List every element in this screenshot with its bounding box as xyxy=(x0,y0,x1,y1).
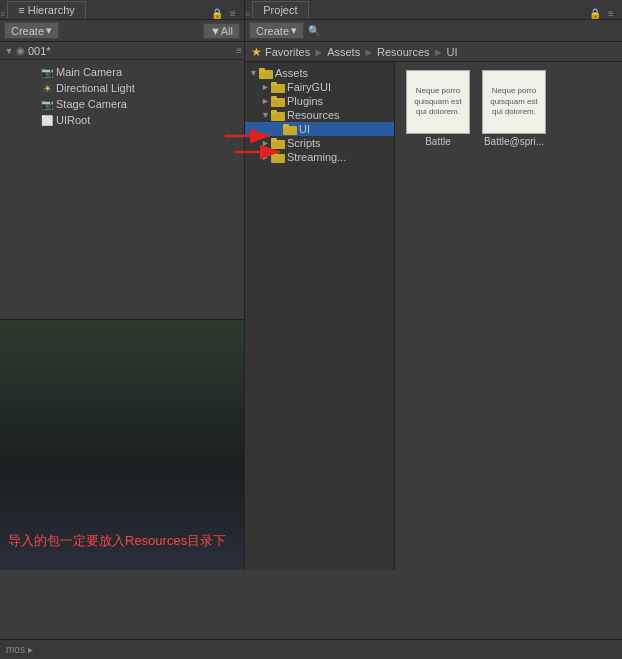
plugins-arrow-icon: ► xyxy=(261,96,271,106)
hierarchy-panel: ≡ ≡ Hierarchy 🔒 ≡ Create ▾ ▼All ◉ xyxy=(0,0,245,570)
breadcrumb-sep2: ► xyxy=(363,46,374,58)
svg-rect-13 xyxy=(271,152,277,156)
list-item[interactable]: ► Plugins xyxy=(245,94,394,108)
file-name-label: Battle xyxy=(425,136,451,147)
camera2-icon: 📷 xyxy=(40,97,54,111)
table-row[interactable]: 📷 Stage Camera xyxy=(0,96,244,112)
hierarchy-create-button[interactable]: Create ▾ xyxy=(4,22,59,39)
grip2-icon: ≡ xyxy=(245,9,250,19)
thumb-line1: Neque porro xyxy=(414,86,462,96)
streaming-arrow-icon: ► xyxy=(261,152,271,162)
hierarchy-panel-controls: 🔒 ≡ xyxy=(210,8,244,19)
resources-arrow-icon: ▼ xyxy=(261,110,271,120)
folder-label: Assets xyxy=(275,67,308,79)
folder-label: Scripts xyxy=(287,137,321,149)
svg-rect-11 xyxy=(271,138,277,142)
file-thumb-content: Neque porro quisquam est qui dolorem. xyxy=(488,84,540,119)
svg-rect-5 xyxy=(271,96,277,100)
annotation-label: 导入的包一定要放入Resources目录下 xyxy=(8,533,226,548)
scripts-arrow-icon: ► xyxy=(261,138,271,148)
scene-row: ◉ 001* ≡ xyxy=(0,42,244,60)
list-item[interactable]: UI xyxy=(245,122,394,136)
breadcrumb-assets[interactable]: Assets xyxy=(327,46,360,58)
fairygui-folder-icon xyxy=(271,81,285,93)
hierarchy-item-label: Stage Camera xyxy=(56,98,127,110)
project-panel-controls: 🔒 ≡ xyxy=(588,8,622,19)
scene-view: 导入的包一定要放入Resources目录下 xyxy=(0,319,244,571)
hierarchy-item-label: Main Camera xyxy=(56,66,122,78)
list-item[interactable]: ▼ Resources xyxy=(245,108,394,122)
project-tab[interactable]: Project xyxy=(252,1,308,19)
list-item[interactable]: ► Scripts xyxy=(245,136,394,150)
project-create-arrow-icon: ▾ xyxy=(291,24,297,37)
hierarchy-tabs-row: ≡ ≡ Hierarchy 🔒 ≡ xyxy=(0,0,244,20)
svg-rect-3 xyxy=(271,82,277,86)
breadcrumb-ui[interactable]: UI xyxy=(447,46,458,58)
annotation-text: 导入的包一定要放入Resources目录下 xyxy=(8,532,226,550)
folder-label: FairyGUI xyxy=(287,81,331,93)
file-thumbnail: Neque porro quisquam est qui dolorem. xyxy=(406,70,470,134)
project-body: ▼ Assets ► FairyGUI xyxy=(245,62,622,570)
bottom-bar-label: mos ▸ xyxy=(6,644,33,655)
hierarchy-tab[interactable]: ≡ Hierarchy xyxy=(7,1,86,19)
project-create-label: Create xyxy=(256,25,289,37)
folder-label: Streaming... xyxy=(287,151,346,163)
svg-rect-7 xyxy=(271,110,277,114)
bottom-bar: mos ▸ xyxy=(0,639,622,659)
svg-rect-9 xyxy=(283,124,289,128)
breadcrumb-favorites[interactable]: Favorites xyxy=(265,46,310,58)
file-name-label: Battle@spri... xyxy=(484,136,544,147)
table-row[interactable]: 📷 Main Camera xyxy=(0,64,244,80)
gameobj-icon: ⬜ xyxy=(40,113,54,127)
table-row[interactable]: ☀ Directional Light xyxy=(0,80,244,96)
streaming-folder-icon xyxy=(271,151,285,163)
plugins-folder-icon xyxy=(271,95,285,107)
create-label: Create xyxy=(11,25,44,37)
list-item[interactable]: Neque porro quisquam est qui dolorem. Ba… xyxy=(403,70,473,147)
list-item[interactable]: ► Streaming... xyxy=(245,150,394,164)
hierarchy-all-dropdown[interactable]: ▼All xyxy=(203,23,240,39)
project-tab-label: Project xyxy=(263,4,297,16)
breadcrumb-resources[interactable]: Resources xyxy=(377,46,430,58)
fairygui-arrow-icon: ► xyxy=(261,82,271,92)
resources-folder-icon xyxy=(271,109,285,121)
list-item[interactable]: ▼ Assets xyxy=(245,66,394,80)
hierarchy-item-label: UIRoot xyxy=(56,114,90,126)
hierarchy-toolbar: Create ▾ ▼All xyxy=(0,20,244,42)
assets-arrow-icon: ▼ xyxy=(249,68,259,78)
light-icon: ☀ xyxy=(40,81,54,95)
hierarchy-content: 📷 Main Camera ☀ Directional Light 📷 Stag… xyxy=(0,60,244,319)
file-grid: Neque porro quisquam est qui dolorem. Ba… xyxy=(395,62,622,570)
project-panel: ≡ Project 🔒 ≡ Create ▾ 🔍 ★ Favorites ► A… xyxy=(245,0,622,570)
scripts-folder-icon xyxy=(271,137,285,149)
project-toolbar: Create ▾ 🔍 xyxy=(245,20,622,42)
grip-icon: ≡ xyxy=(0,9,5,19)
table-row[interactable]: ⬜ UIRoot xyxy=(0,112,244,128)
folder-label: UI xyxy=(299,123,310,135)
file-thumbnail: Neque porro quisquam est qui dolorem. xyxy=(482,70,546,134)
breadcrumb-sep1: ► xyxy=(313,46,324,58)
list-item[interactable]: ► FairyGUI xyxy=(245,80,394,94)
project-create-button[interactable]: Create ▾ xyxy=(249,22,304,39)
menu-button[interactable]: ≡ xyxy=(226,8,240,19)
hierarchy-item-label: Directional Light xyxy=(56,82,135,94)
project-menu-button[interactable]: ≡ xyxy=(604,8,618,19)
file-thumb-content: Neque porro quisquam est qui dolorem. xyxy=(412,84,464,119)
scene-arrow-icon[interactable] xyxy=(2,46,16,56)
breadcrumb-sep3: ► xyxy=(433,46,444,58)
scene-settings-icon: ≡ xyxy=(236,45,242,56)
scene-name-label: 001* xyxy=(28,45,51,57)
breadcrumb: ★ Favorites ► Assets ► Resources ► UI xyxy=(245,42,622,62)
favorites-star-icon: ★ xyxy=(251,45,262,59)
lock-button[interactable]: 🔒 xyxy=(210,8,224,19)
folder-label: Resources xyxy=(287,109,340,121)
list-item[interactable]: Neque porro quisquam est qui dolorem. Ba… xyxy=(479,70,549,147)
folder-tree: ▼ Assets ► FairyGUI xyxy=(245,62,395,570)
eye-icon: ◉ xyxy=(16,45,25,56)
thumb-line3: qui dolorem. xyxy=(414,107,462,117)
all-label: ▼All xyxy=(210,25,233,37)
hierarchy-tab-icon: ≡ xyxy=(18,4,24,16)
project-search-icon[interactable]: 🔍 xyxy=(308,25,320,36)
folder-label: Plugins xyxy=(287,95,323,107)
project-lock-button[interactable]: 🔒 xyxy=(588,8,602,19)
